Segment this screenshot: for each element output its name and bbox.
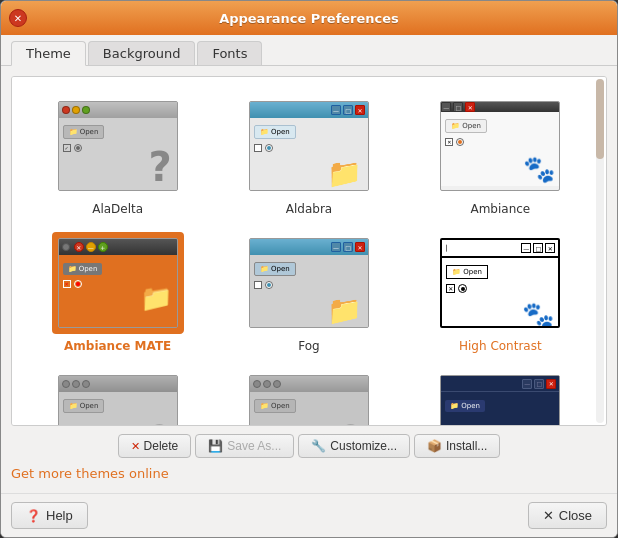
win-max-icon <box>82 106 90 114</box>
theme-preview-high-contrast: | — □ ✕ 📁 Open <box>440 238 560 328</box>
theme-question-mark-1: ? <box>148 418 171 426</box>
bottom-bar: ❓ Help ✕ Close <box>1 493 617 537</box>
window-title: Appearance Preferences <box>27 11 591 26</box>
theme-preview-ambiance: — □ ✕ 📁 Open ✕ <box>440 101 560 191</box>
theme-item-ambiance[interactable]: — □ ✕ 📁 Open ✕ <box>405 87 596 224</box>
customize-button[interactable]: 🔧 Customize... <box>298 434 410 458</box>
tab-fonts[interactable]: Fonts <box>197 41 262 65</box>
theme-item-aladelta[interactable]: 📁 Open ✓ ? AlaDelta <box>22 87 213 224</box>
theme-preview-aladelta: 📁 Open ✓ ? <box>58 101 178 191</box>
delete-icon: ✕ <box>131 440 140 453</box>
tab-background[interactable]: Background <box>88 41 196 65</box>
scrollbar-track[interactable] <box>596 79 604 423</box>
theme-preview-ambiance-mate: ✕ — + 📁 Open ✕ <box>58 238 178 328</box>
get-more-themes-link[interactable]: Get more themes online <box>11 466 169 481</box>
install-button[interactable]: 📦 Install... <box>414 434 500 458</box>
app-window: ✕ Appearance Preferences Theme Backgroun… <box>0 0 618 538</box>
save-as-button[interactable]: 💾 Save As... <box>195 434 294 458</box>
link-row: Get more themes online <box>11 464 607 483</box>
theme-item-gray2[interactable]: 📁 Open ? <box>213 361 404 426</box>
help-button[interactable]: ❓ Help <box>11 502 88 529</box>
action-buttons: ✕ Delete 💾 Save As... 🔧 Customize... 📦 I… <box>11 434 607 458</box>
save-as-icon: 💾 <box>208 439 223 453</box>
delete-button[interactable]: ✕ Delete <box>118 434 192 458</box>
scrollbar-thumb[interactable] <box>596 79 604 159</box>
install-icon: 📦 <box>427 439 442 453</box>
theme-item-dark[interactable]: — □ ✕ 📁 Open <box>405 361 596 426</box>
theme-label-aladelta: AlaDelta <box>92 202 143 216</box>
theme-preview-aldabra: — □ ✕ 📁 Open <box>249 101 369 191</box>
close-bottom-button[interactable]: ✕ Close <box>528 502 607 529</box>
customize-icon: 🔧 <box>311 439 326 453</box>
theme-item-gray1[interactable]: 📁 Open ? <box>22 361 213 426</box>
theme-item-aldabra[interactable]: — □ ✕ 📁 Open <box>213 87 404 224</box>
theme-question-mark-2: ? <box>340 418 363 426</box>
tabs-bar: Theme Background Fonts <box>1 35 617 66</box>
theme-label-high-contrast: High Contrast <box>459 339 542 353</box>
tab-theme[interactable]: Theme <box>11 41 86 66</box>
theme-item-ambiance-mate[interactable]: ✕ — + 📁 Open ✕ <box>22 224 213 361</box>
themes-grid: 📁 Open ✓ ? AlaDelta <box>12 77 606 426</box>
titlebar: ✕ Appearance Preferences <box>1 1 617 35</box>
close-bottom-icon: ✕ <box>543 508 554 523</box>
theme-preview-gray2: 📁 Open ? <box>249 375 369 426</box>
win-close-icon <box>62 106 70 114</box>
theme-question-mark: ? <box>148 144 171 190</box>
theme-label-aldabra: Aldabra <box>286 202 332 216</box>
themes-list: 📁 Open ✓ ? AlaDelta <box>11 76 607 426</box>
content-area: 📁 Open ✓ ? AlaDelta <box>1 66 617 493</box>
theme-label-ambiance: Ambiance <box>470 202 530 216</box>
window-close-button[interactable]: ✕ <box>9 9 27 27</box>
win-min-icon <box>72 106 80 114</box>
theme-preview-gray1: 📁 Open ? <box>58 375 178 426</box>
help-icon: ❓ <box>26 509 41 523</box>
theme-preview-dark: — □ ✕ 📁 Open <box>440 375 560 426</box>
theme-label-ambiance-mate: Ambiance MATE <box>64 339 171 353</box>
theme-preview-fog: — □ ✕ 📁 Open <box>249 238 369 328</box>
theme-item-fog[interactable]: — □ ✕ 📁 Open <box>213 224 404 361</box>
theme-item-high-contrast[interactable]: | — □ ✕ 📁 Open <box>405 224 596 361</box>
theme-label-fog: Fog <box>298 339 319 353</box>
